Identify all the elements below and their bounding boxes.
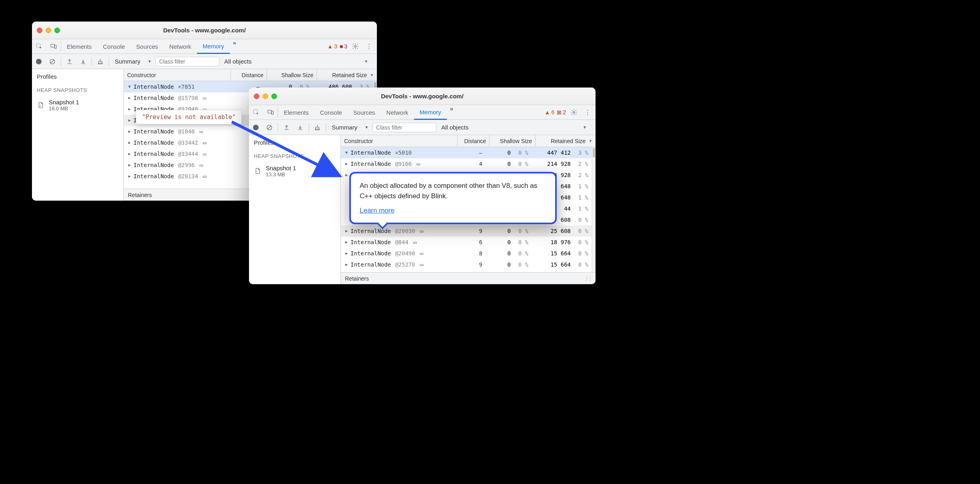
upload-icon[interactable]	[280, 124, 293, 131]
svg-point-3	[355, 46, 357, 48]
error-count[interactable]: ■ 3	[340, 43, 347, 50]
svg-line-5	[51, 60, 54, 63]
tab-elements[interactable]: Elements	[278, 105, 315, 120]
chevron-down-icon[interactable]: ▼	[344, 150, 349, 155]
element-icon: ▭	[203, 151, 206, 157]
element-icon: ▭	[420, 250, 423, 257]
chevron-right-icon[interactable]: ▶	[127, 163, 132, 167]
chevron-right-icon[interactable]: ▶	[127, 129, 132, 133]
snapshot-item[interactable]: % Snapshot 1 16.0 MB	[32, 96, 123, 114]
col-constructor[interactable]: Constructor	[341, 135, 458, 147]
chevron-right-icon[interactable]: ▶	[127, 118, 132, 122]
snapshot-size: 16.0 MB	[49, 106, 79, 112]
more-tabs-icon[interactable]: »	[230, 39, 238, 54]
col-shallow[interactable]: Shallow Size	[267, 69, 317, 81]
tab-network[interactable]: Network	[381, 105, 414, 120]
tab-console[interactable]: Console	[315, 105, 348, 120]
tab-sources[interactable]: Sources	[131, 39, 164, 54]
preview-tooltip: "Preview is not available"	[136, 110, 242, 124]
snapshot-name: Snapshot 1	[49, 99, 79, 106]
svg-rect-2	[54, 45, 56, 48]
tabbar: Elements Console Sources Network Memory …	[249, 105, 596, 120]
chevron-right-icon[interactable]: ▶	[127, 174, 132, 178]
tab-memory[interactable]: Memory	[197, 39, 230, 54]
chevron-right-icon[interactable]: ▶	[344, 173, 349, 177]
traffic-lights	[254, 94, 277, 99]
titlebar[interactable]: DevTools - www.google.com/	[249, 88, 596, 105]
table-row[interactable]: ▶InternalNode@25270▭ 9 00 % 15 6640 %	[341, 259, 592, 270]
chevron-right-icon[interactable]: ▶	[344, 229, 349, 233]
retainers-panel-header[interactable]: Retainers ⋮⋮	[341, 272, 596, 284]
close-icon[interactable]	[254, 94, 259, 99]
titlebar[interactable]: DevTools - www.google.com/	[32, 22, 377, 39]
col-distance[interactable]: Distance	[458, 135, 490, 147]
col-distance[interactable]: Distance	[231, 69, 267, 81]
record-icon[interactable]	[32, 59, 46, 64]
scrollbar[interactable]	[592, 147, 596, 272]
tab-memory[interactable]: Memory	[414, 105, 447, 120]
kebab-icon[interactable]: ⋮	[363, 43, 374, 50]
col-constructor[interactable]: Constructor	[124, 69, 231, 81]
warning-count[interactable]: ▲ 6	[545, 109, 555, 116]
close-icon[interactable]	[37, 28, 42, 33]
device-toggle-icon[interactable]	[46, 39, 61, 54]
view-dropdown[interactable]: Summary▼	[111, 58, 155, 65]
popover-text: An object allocated by a component other…	[360, 181, 546, 201]
table-row[interactable]: ▶InternalNode@9166▭ 4 00 % 214 9282 %	[341, 158, 592, 169]
resize-grip-icon[interactable]: ⋮⋮	[584, 276, 592, 281]
tab-sources[interactable]: Sources	[348, 105, 381, 120]
chevron-right-icon[interactable]: ▶	[127, 140, 132, 145]
tab-network[interactable]: Network	[164, 39, 197, 54]
col-retained[interactable]: Retained Size▼	[317, 69, 377, 81]
element-icon: ▭	[199, 128, 203, 135]
download-icon[interactable]	[76, 58, 90, 65]
table-row[interactable]: ▶InternalNode@20030▭ 9 00 % 25 6080 %	[341, 225, 592, 237]
chevron-down-icon[interactable]: ▼	[127, 84, 132, 89]
minimize-icon[interactable]	[46, 28, 51, 33]
record-icon[interactable]	[249, 125, 263, 130]
gear-icon[interactable]	[568, 109, 580, 116]
snapshot-name: Snapshot 1	[266, 165, 296, 171]
minimize-icon[interactable]	[263, 94, 268, 99]
table-row[interactable]: ▼InternalNode×5010 – 00 % 447 4123 %	[341, 147, 592, 158]
learn-more-link[interactable]: Learn more	[360, 207, 394, 214]
inspect-icon[interactable]	[249, 105, 263, 120]
col-shallow[interactable]: Shallow Size	[490, 135, 536, 147]
chevron-right-icon[interactable]: ▶	[127, 96, 132, 100]
maximize-icon[interactable]	[54, 28, 60, 33]
chevron-right-icon[interactable]: ▶	[344, 240, 349, 244]
clear-icon[interactable]	[263, 124, 276, 131]
device-toggle-icon[interactable]	[263, 105, 278, 120]
chevron-right-icon[interactable]: ▶	[344, 251, 349, 255]
gear-icon[interactable]	[350, 43, 361, 50]
broom-icon[interactable]	[94, 58, 107, 65]
table-row[interactable]: ▶InternalNode@20490▭ 8 00 % 15 6640 %	[341, 248, 592, 259]
scope-dropdown[interactable]: All objects▼	[436, 124, 596, 131]
error-count[interactable]: ⊠ 2	[557, 109, 566, 116]
class-filter-input[interactable]	[155, 57, 219, 66]
view-dropdown[interactable]: Summary▼	[328, 124, 372, 131]
clear-icon[interactable]	[46, 58, 59, 65]
chevron-right-icon[interactable]: ▶	[344, 161, 349, 166]
sidebar-section-label: HEAP SNAPSHOTS	[249, 150, 341, 162]
maximize-icon[interactable]	[271, 94, 277, 99]
tab-elements[interactable]: Elements	[61, 39, 98, 54]
warning-count[interactable]: ▲ 3	[327, 43, 337, 50]
kebab-icon[interactable]: ⋮	[582, 109, 593, 116]
tab-console[interactable]: Console	[98, 39, 131, 54]
inspect-icon[interactable]	[32, 39, 46, 54]
chevron-right-icon[interactable]: ▶	[344, 262, 349, 267]
chevron-right-icon[interactable]: ▶	[127, 151, 132, 156]
class-filter-input[interactable]	[372, 123, 436, 132]
broom-icon[interactable]	[311, 124, 324, 131]
chevron-down-icon: ▼	[364, 59, 372, 64]
table-row[interactable]: ▶InternalNode@844▭ 6 00 % 18 9760 %	[341, 237, 592, 248]
col-retained[interactable]: Retained Size▼	[536, 135, 596, 147]
memory-toolbar: Summary▼ All objects▼	[249, 120, 596, 135]
download-icon[interactable]	[293, 124, 307, 131]
scope-dropdown[interactable]: All objects ▼	[219, 58, 377, 65]
chevron-right-icon[interactable]: ▶	[127, 107, 132, 111]
upload-icon[interactable]	[63, 58, 76, 65]
more-tabs-icon[interactable]: »	[447, 105, 455, 120]
snapshot-item[interactable]: Snapshot 1 13.3 MB	[249, 162, 341, 180]
